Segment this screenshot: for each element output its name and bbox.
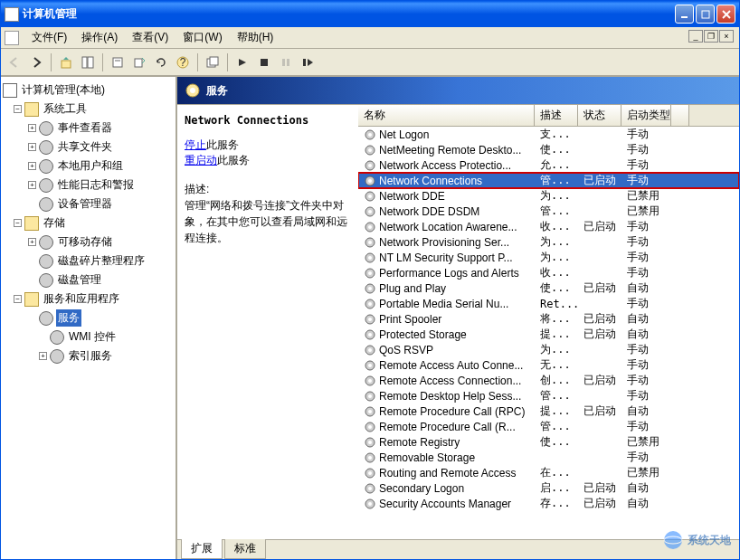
restart-service-button[interactable] <box>298 52 318 72</box>
menu-action[interactable]: 操作(A) <box>74 27 125 48</box>
service-row[interactable]: NT LM Security Support P...为...手动 <box>358 250 739 265</box>
service-row[interactable]: Print Spooler将...已启动自动 <box>358 311 739 327</box>
cell-startup: 已禁用 <box>621 434 671 450</box>
tree-item[interactable]: +事件查看器 <box>3 119 174 138</box>
collapse-icon[interactable]: − <box>14 295 22 303</box>
service-row[interactable]: Remote Access Auto Conne...无...手动 <box>358 357 739 373</box>
expand-icon[interactable]: + <box>28 124 36 132</box>
service-row[interactable]: Performance Logs and Alerts收...手动 <box>358 265 739 280</box>
forward-button[interactable] <box>26 52 46 72</box>
stop-service-button[interactable] <box>254 52 274 72</box>
item-icon <box>39 159 53 174</box>
service-row[interactable]: Removable Storage手动 <box>358 450 739 465</box>
column-status[interactable]: 状态 <box>578 105 621 126</box>
menu-help[interactable]: 帮助(H) <box>230 27 281 48</box>
minimize-button[interactable] <box>675 5 694 24</box>
tab-standard[interactable]: 标准 <box>224 539 266 559</box>
service-row[interactable]: Plug and Play使...已启动自动 <box>358 280 739 296</box>
service-row[interactable]: Remote Registry使...已禁用 <box>358 434 739 450</box>
tree-services[interactable]: 服务 <box>3 308 174 327</box>
column-desc[interactable]: 描述 <box>535 105 578 126</box>
show-hide-tree-button[interactable] <box>78 52 98 72</box>
service-icon <box>364 421 376 433</box>
export-button[interactable] <box>129 52 149 72</box>
cell-name: Network Access Protectio... <box>358 159 535 172</box>
cell-desc: 收... <box>535 265 578 280</box>
start-service-button[interactable] <box>232 52 252 72</box>
service-row[interactable]: Network DDE DSDM管...已禁用 <box>358 204 739 219</box>
tree-system-tools[interactable]: − 系统工具 <box>3 100 174 119</box>
mdi-minimize[interactable]: _ <box>688 30 703 43</box>
service-row[interactable]: Net Logon支...手动 <box>358 127 739 142</box>
tree-item[interactable]: +可移动存储 <box>3 233 174 252</box>
menu-file[interactable]: 文件(F) <box>24 27 74 48</box>
restart-link[interactable]: 重启动 <box>185 154 217 166</box>
menu-window[interactable]: 窗口(W) <box>176 27 229 48</box>
properties-button[interactable] <box>108 52 128 72</box>
up-button[interactable] <box>56 52 76 72</box>
service-row[interactable]: Remote Procedure Call (RPC)提...已启动自动 <box>358 403 739 419</box>
close-button[interactable] <box>716 5 735 24</box>
service-row[interactable]: Remote Procedure Call (R...管...手动 <box>358 419 739 434</box>
svg-point-21 <box>368 133 372 137</box>
service-row[interactable]: Routing and Remote Access在...已禁用 <box>358 465 739 480</box>
expand-icon[interactable]: + <box>28 181 36 189</box>
service-row[interactable]: Network Connections管...已启动手动 <box>358 173 739 188</box>
refresh-button[interactable] <box>151 52 171 72</box>
tree-item[interactable]: +索引服务 <box>3 346 174 365</box>
service-row[interactable]: Network Access Protectio...允...手动 <box>358 157 739 173</box>
cell-startup: 手动 <box>621 419 671 434</box>
tree-storage[interactable]: − 存储 <box>3 214 174 233</box>
window-controls <box>675 5 735 24</box>
collapse-icon[interactable]: − <box>14 105 22 113</box>
help-button[interactable]: ? <box>173 52 193 72</box>
svg-point-59 <box>368 425 372 429</box>
cell-startup: 手动 <box>621 173 671 188</box>
service-row[interactable]: QoS RSVP为...手动 <box>358 342 739 357</box>
expand-icon[interactable]: + <box>28 238 36 246</box>
service-row[interactable]: Remote Desktop Help Sess...管...手动 <box>358 388 739 403</box>
column-startup[interactable]: 启动类型 <box>621 105 671 126</box>
maximize-button[interactable] <box>696 5 715 24</box>
stop-link[interactable]: 停止 <box>185 138 206 151</box>
menu-view[interactable]: 查看(V) <box>125 27 176 48</box>
cell-status: 已启动 <box>578 173 621 188</box>
service-row[interactable]: Network Provisioning Ser...为...手动 <box>358 234 739 250</box>
expand-icon[interactable]: + <box>39 352 47 360</box>
new-window-button[interactable] <box>203 52 223 72</box>
service-icon <box>364 482 376 495</box>
service-row[interactable]: NetMeeting Remote Deskto...使...手动 <box>358 142 739 157</box>
tree-root[interactable]: 计算机管理(本地) <box>3 81 174 100</box>
service-row[interactable]: Network Location Awarene...收...已启动手动 <box>358 219 739 234</box>
collapse-icon[interactable]: − <box>14 219 22 227</box>
tree-services-apps[interactable]: − 服务和应用程序 <box>3 289 174 308</box>
item-icon <box>39 273 53 288</box>
expand-icon[interactable]: + <box>28 162 36 170</box>
close-icon <box>722 10 731 19</box>
mdi-restore[interactable]: ❐ <box>704 30 718 43</box>
service-row[interactable]: Protected Storage提...已启动自动 <box>358 327 739 342</box>
tree-item[interactable]: +共享文件夹 <box>3 138 174 157</box>
expand-icon[interactable]: + <box>28 143 36 151</box>
tree-item[interactable]: +本地用户和组 <box>3 157 174 176</box>
cell-status: 已启动 <box>578 480 621 496</box>
service-row[interactable]: Remote Access Connection...创...已启动手动 <box>358 373 739 388</box>
service-row[interactable]: Security Accounts Manager存...已启动自动 <box>358 496 739 511</box>
tree-item[interactable]: 磁盘管理 <box>3 271 174 289</box>
tree-item[interactable]: +性能日志和警报 <box>3 176 174 195</box>
tree-item[interactable]: 设备管理器 <box>3 195 174 214</box>
cell-desc: 使... <box>535 142 578 157</box>
service-row[interactable]: Secondary Logon启...已启动自动 <box>358 480 739 496</box>
tree-item[interactable]: WMI 控件 <box>3 327 174 346</box>
mdi-close[interactable]: × <box>719 30 734 43</box>
tab-extended[interactable]: 扩展 <box>181 539 223 559</box>
column-extra[interactable] <box>671 105 689 126</box>
service-row[interactable]: Network DDE为...已禁用 <box>358 188 739 204</box>
tree-pane[interactable]: 计算机管理(本地) − 系统工具 +事件查看器+共享文件夹+本地用户和组+性能日… <box>1 77 177 559</box>
column-name[interactable]: 名称 <box>358 105 535 126</box>
service-row[interactable]: Portable Media Serial Nu...Ret...手动 <box>358 296 739 311</box>
tree-item[interactable]: 磁盘碎片整理程序 <box>3 252 174 271</box>
list-rows[interactable]: Net Logon支...手动NetMeeting Remote Deskto.… <box>358 127 739 539</box>
item-icon <box>50 349 64 364</box>
services-body: Network Connections 停止此服务 重启动此服务 描述: 管理“… <box>177 104 739 539</box>
